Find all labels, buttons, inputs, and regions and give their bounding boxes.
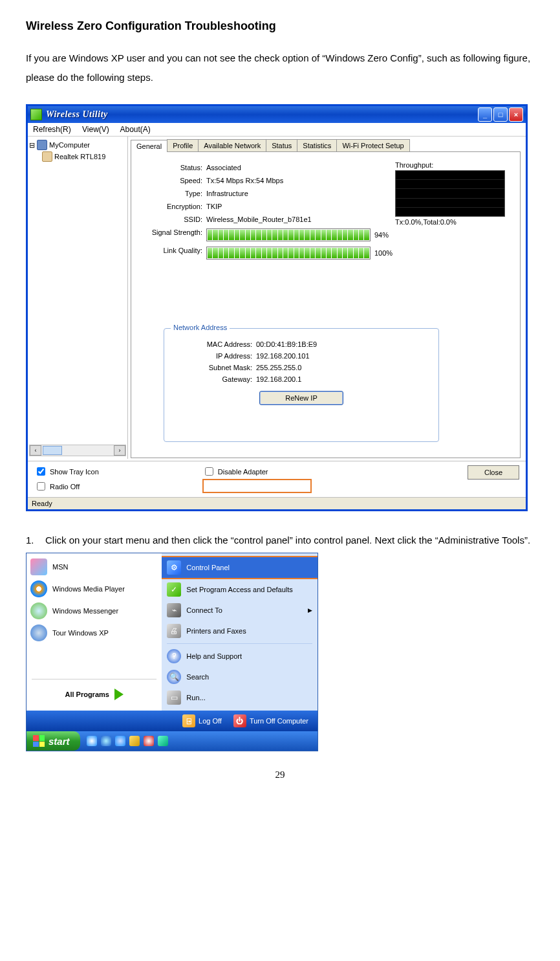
- turnoff-button[interactable]: ⏻ Turn Off Computer: [233, 714, 308, 727]
- app-icon: [30, 109, 42, 120]
- start-item-printers[interactable]: 🖨 Printers and Faxes: [162, 621, 318, 641]
- windows-logo-icon: [33, 735, 45, 747]
- messenger-label: Windows Messenger: [52, 607, 118, 615]
- network-address-legend: Network Address: [171, 324, 230, 331]
- quicklaunch-icon[interactable]: [115, 736, 125, 746]
- gateway-value: 192.168.200.1: [256, 375, 431, 383]
- tree-root-label: MyComputer: [49, 141, 90, 149]
- page-number: 29: [26, 769, 534, 780]
- spa-label: Set Program Access and Defaults: [186, 586, 292, 593]
- ssid-value: Wireless_Mobile_Router_b781e1: [206, 215, 393, 223]
- start-item-tour[interactable]: Tour Windows XP: [29, 622, 159, 644]
- connect-icon: ⌁: [167, 603, 181, 617]
- disable-adapter-input[interactable]: [205, 467, 213, 476]
- encryption-value: TKIP: [206, 203, 393, 210]
- throughput-graph: [395, 170, 505, 217]
- start-item-help[interactable]: ? Help and Support: [162, 646, 318, 667]
- tree-root[interactable]: ⊟ MyComputer: [29, 139, 126, 151]
- arrow-right-icon: [114, 689, 124, 700]
- titlebar[interactable]: Wireless Utility _ □ ×: [28, 106, 526, 123]
- help-label: Help and Support: [186, 652, 242, 660]
- show-tray-checkbox[interactable]: Show Tray Icon: [34, 465, 99, 478]
- control-panel-icon: ⚙: [167, 560, 181, 575]
- quicklaunch-icon[interactable]: [144, 736, 154, 746]
- start-button[interactable]: start: [27, 731, 80, 751]
- disable-adapter-checkbox[interactable]: Disable Adapter: [202, 465, 312, 478]
- computer-icon: [37, 140, 47, 150]
- tab-general[interactable]: General: [131, 140, 167, 152]
- speed-label: Speed:: [142, 177, 206, 184]
- start-item-run[interactable]: ▭ Run...: [162, 687, 318, 708]
- show-tray-input[interactable]: [37, 467, 45, 476]
- minimize-button[interactable]: _: [478, 107, 492, 122]
- close-window-button[interactable]: ×: [509, 107, 523, 122]
- adapter-icon: [42, 151, 52, 162]
- step-1: 1. Click on your start menu and then cli…: [26, 531, 534, 550]
- tab-available-network[interactable]: Available Network: [198, 139, 266, 151]
- maximize-button[interactable]: □: [493, 107, 508, 122]
- collapse-icon[interactable]: ⊟: [29, 141, 35, 149]
- start-button-label: start: [48, 736, 70, 747]
- start-item-connect-to[interactable]: ⌁ Connect To ▶: [162, 600, 318, 621]
- printers-label: Printers and Faxes: [186, 627, 246, 635]
- radio-off-checkbox[interactable]: Radio Off: [34, 480, 99, 492]
- step-1-text: Click on your start menu and then click …: [45, 531, 530, 550]
- ssid-label: SSID:: [142, 215, 206, 223]
- close-button[interactable]: Close: [468, 465, 519, 480]
- ip-value: 192.168.200.101: [256, 352, 431, 360]
- status-value: Associated: [206, 164, 393, 171]
- menu-view[interactable]: View(V): [82, 125, 109, 134]
- connect-label: Connect To: [186, 606, 222, 614]
- logoff-icon: ⍈: [182, 714, 195, 727]
- tour-icon: [30, 624, 47, 641]
- taskbar: start: [27, 731, 318, 751]
- menu-about[interactable]: About(A): [120, 125, 151, 134]
- throughput-label: Throughput:: [395, 161, 508, 169]
- spa-icon: ✓: [167, 582, 181, 597]
- logoff-button[interactable]: ⍈ Log Off: [182, 714, 222, 727]
- printers-icon: 🖨: [167, 624, 181, 638]
- throughput-value: Tx:0.0%,Total:0.0%: [395, 218, 508, 226]
- ip-label: IP Address:: [172, 352, 256, 360]
- subnet-label: Subnet Mask:: [172, 364, 256, 371]
- quicklaunch-icon[interactable]: [129, 736, 140, 746]
- scroll-thumb[interactable]: [43, 446, 62, 455]
- tree-card-label: Realtek RTL819: [54, 153, 105, 160]
- start-item-messenger[interactable]: Windows Messenger: [29, 600, 159, 622]
- start-item-search[interactable]: 🔍 Search: [162, 667, 318, 687]
- quicklaunch-icon[interactable]: [158, 736, 168, 746]
- control-panel-label: Control Panel: [186, 564, 230, 571]
- mac-label: MAC Address:: [172, 340, 256, 348]
- type-label: Type:: [142, 190, 206, 197]
- disable-adapter-label: Disable Adapter: [218, 468, 268, 476]
- tab-statistics[interactable]: Statistics: [297, 139, 337, 151]
- all-programs-button[interactable]: All Programs: [29, 683, 159, 704]
- tree-card[interactable]: Realtek RTL819: [29, 151, 126, 162]
- radio-off-label: Radio Off: [50, 483, 80, 491]
- tab-status[interactable]: Status: [266, 139, 297, 151]
- menu-refresh[interactable]: Refresh(R): [33, 125, 71, 134]
- start-item-control-panel[interactable]: ⚙ Control Panel: [162, 556, 318, 579]
- quicklaunch-icon[interactable]: [101, 736, 111, 746]
- start-menu-figure: MSN Windows Media Player Windows Messeng…: [26, 553, 318, 751]
- all-programs-label: All Programs: [65, 690, 109, 698]
- speed-value: Tx:54 Mbps Rx:54 Mbps: [206, 177, 393, 184]
- start-item-msn[interactable]: MSN: [29, 556, 159, 578]
- turnoff-label: Turn Off Computer: [250, 717, 308, 725]
- quicklaunch-icon[interactable]: [87, 736, 97, 746]
- tab-profile[interactable]: Profile: [167, 139, 199, 151]
- renew-ip-button[interactable]: ReNew IP: [259, 391, 343, 405]
- tab-wps[interactable]: Wi-Fi Protect Setup: [336, 139, 409, 151]
- radio-off-input[interactable]: [37, 482, 45, 491]
- search-label: Search: [186, 673, 209, 681]
- type-value: Infrastructure: [206, 190, 393, 197]
- messenger-icon: [30, 602, 47, 619]
- tree-scrollbar[interactable]: ‹ ›: [29, 445, 126, 456]
- start-menu-left: MSN Windows Media Player Windows Messeng…: [27, 553, 162, 711]
- scroll-right-icon[interactable]: ›: [114, 445, 125, 456]
- scroll-left-icon[interactable]: ‹: [30, 445, 41, 456]
- logoff-label: Log Off: [199, 717, 222, 725]
- start-item-spa[interactable]: ✓ Set Program Access and Defaults: [162, 579, 318, 600]
- start-item-wmp[interactable]: Windows Media Player: [29, 578, 159, 600]
- tab-general-body: Throughput: Tx:0.0%,Total:0.0% Status: A…: [131, 152, 521, 458]
